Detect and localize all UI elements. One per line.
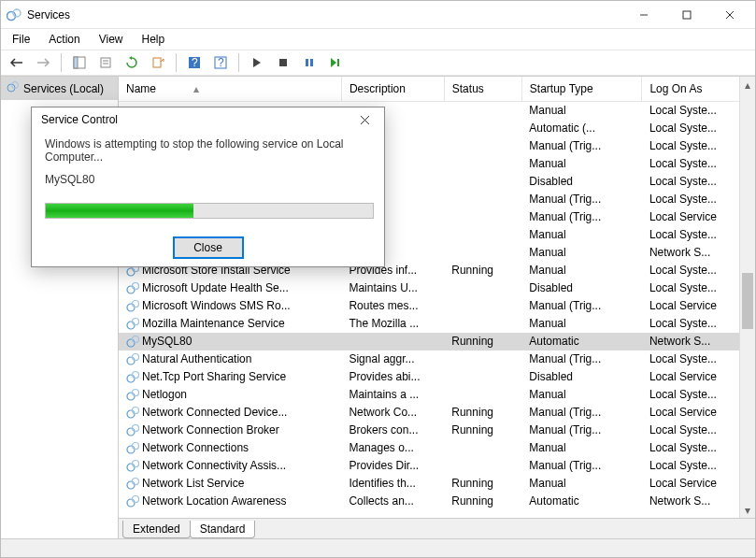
restart-service-button[interactable]: [325, 52, 346, 73]
svg-point-47: [133, 479, 139, 485]
service-icon: [126, 494, 139, 508]
close-button[interactable]: [708, 1, 751, 29]
service-icon: [126, 388, 139, 401]
svg-point-24: [127, 286, 135, 293]
table-row[interactable]: Microsoft Windows SMS Ro...Routes mes...…: [119, 297, 755, 315]
scroll-thumb[interactable]: [742, 273, 753, 329]
column-header-description[interactable]: Description: [341, 77, 444, 102]
minimize-button[interactable]: [622, 1, 665, 29]
column-header-status[interactable]: Status: [444, 77, 521, 102]
export-button[interactable]: [148, 52, 168, 73]
service-icon: [126, 441, 139, 454]
menu-file[interactable]: File: [5, 31, 37, 48]
svg-point-34: [127, 375, 135, 382]
svg-point-45: [133, 461, 139, 467]
table-row[interactable]: Network ConnectionsManages o...ManualLoc…: [119, 439, 755, 457]
svg-rect-11: [153, 58, 161, 67]
svg-point-28: [127, 322, 135, 329]
column-header-logon[interactable]: Log On As: [642, 77, 755, 102]
table-row[interactable]: Network Connected Device...Network Co...…: [119, 404, 755, 422]
svg-point-49: [133, 496, 139, 503]
table-row[interactable]: Natural AuthenticationSignal aggr...Manu…: [119, 351, 755, 368]
tree-node-label: Services (Local): [23, 82, 104, 95]
table-row[interactable]: MySQL80RunningAutomaticNetwork S...: [119, 333, 755, 351]
table-row[interactable]: Mozilla Maintenance ServiceThe Mozilla .…: [119, 315, 755, 333]
svg-point-38: [127, 410, 135, 418]
table-row[interactable]: Network Connectivity Assis...Provides Di…: [119, 457, 755, 475]
forward-button[interactable]: [33, 52, 53, 73]
svg-rect-16: [279, 59, 287, 66]
scroll-down-arrow[interactable]: ▾: [740, 502, 755, 518]
table-row[interactable]: Network Connection BrokerBrokers con...R…: [119, 422, 755, 439]
toolbar: ? ?: [1, 50, 755, 76]
service-icon: [126, 423, 139, 436]
svg-rect-8: [101, 58, 110, 67]
table-row[interactable]: NetlogonMaintains a ...ManualLocal Syste…: [119, 386, 755, 404]
column-header-startup[interactable]: Startup Type: [521, 77, 642, 102]
tab-extended[interactable]: Extended: [122, 521, 191, 538]
help-button[interactable]: ?: [184, 52, 205, 73]
service-icon: [126, 317, 139, 330]
dialog-buttons: Close: [32, 229, 384, 266]
svg-rect-19: [337, 59, 339, 66]
tab-standard[interactable]: Standard: [190, 521, 256, 538]
menu-bar: File Action View Help: [1, 29, 755, 50]
service-icon: [126, 406, 139, 419]
svg-point-32: [127, 357, 135, 365]
properties-button[interactable]: [95, 52, 116, 73]
vertical-scrollbar[interactable]: ▴ ▾: [739, 77, 755, 518]
table-row[interactable]: Net.Tcp Port Sharing ServiceProvides abi…: [119, 368, 755, 386]
table-row[interactable]: Network Location AwarenessCollects an...…: [119, 493, 755, 510]
svg-point-36: [127, 393, 135, 400]
dialog-close-action-button[interactable]: Close: [174, 237, 243, 258]
menu-view[interactable]: View: [92, 31, 131, 48]
svg-point-29: [133, 319, 139, 325]
window-title: Services: [27, 8, 622, 21]
help2-button[interactable]: ?: [210, 52, 231, 73]
svg-point-43: [133, 443, 139, 450]
stop-service-button[interactable]: [273, 52, 293, 73]
progress-fill: [46, 204, 193, 218]
show-hide-tree-button[interactable]: [69, 52, 90, 73]
scroll-up-arrow[interactable]: ▴: [740, 77, 755, 93]
table-row[interactable]: Microsoft Update Health Se...Maintains U…: [119, 279, 755, 297]
menu-action[interactable]: Action: [41, 31, 87, 48]
dialog-titlebar[interactable]: Service Control: [32, 107, 384, 132]
view-tabs: Extended Standard: [119, 518, 755, 538]
svg-rect-17: [306, 59, 308, 66]
svg-point-40: [127, 428, 135, 436]
svg-point-30: [127, 339, 135, 347]
svg-point-39: [133, 408, 139, 414]
dialog-close-button[interactable]: [350, 108, 378, 131]
pause-service-button[interactable]: [299, 52, 320, 73]
maximize-button[interactable]: [665, 1, 708, 29]
service-icon: [126, 459, 139, 472]
back-button[interactable]: [7, 52, 27, 73]
progress-bar: [45, 203, 374, 219]
svg-text:?: ?: [192, 56, 198, 69]
services-app-icon: [7, 7, 21, 22]
menu-help[interactable]: Help: [135, 31, 173, 48]
service-icon: [126, 299, 139, 312]
tree-node-services-local[interactable]: Services (Local): [1, 77, 118, 100]
start-service-button[interactable]: [247, 52, 267, 73]
service-icon: [126, 335, 139, 348]
svg-rect-3: [683, 11, 691, 19]
window-controls: [622, 1, 751, 29]
services-window: Services File Action View Help ? ?: [0, 0, 756, 558]
service-icon: [126, 370, 139, 383]
svg-rect-7: [74, 57, 78, 68]
svg-point-46: [127, 481, 135, 489]
status-bar: [1, 538, 755, 557]
service-control-dialog: Service Control Windows is attempting to…: [31, 107, 385, 267]
svg-text:?: ?: [218, 56, 224, 69]
dialog-title: Service Control: [37, 113, 350, 126]
svg-point-27: [133, 301, 139, 308]
svg-point-31: [133, 336, 139, 343]
refresh-button[interactable]: [121, 52, 142, 73]
svg-point-33: [133, 354, 139, 361]
table-row[interactable]: Network List ServiceIdentifies th...Runn…: [119, 475, 755, 493]
dialog-body: Windows is attempting to stop the follow…: [32, 132, 384, 229]
titlebar[interactable]: Services: [1, 1, 755, 29]
column-header-name[interactable]: Name▴: [119, 77, 341, 102]
